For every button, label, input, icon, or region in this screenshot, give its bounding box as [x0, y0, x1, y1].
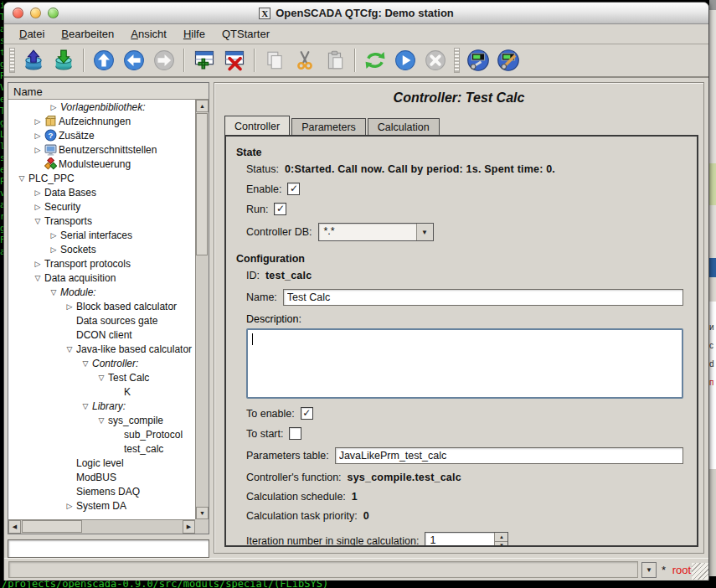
- tree-collapsed-icon[interactable]: ▷: [63, 502, 76, 510]
- tree-item-transport-protocols[interactable]: ▷Transport protocols: [8, 256, 195, 271]
- current-user[interactable]: * root: [662, 564, 691, 576]
- horizontal-scroll-thumb[interactable]: [22, 520, 82, 533]
- vertical-scroll-thumb[interactable]: [196, 113, 208, 255]
- spin-up-icon[interactable]: ▲: [495, 533, 507, 542]
- scroll-left-button[interactable]: ◀: [8, 520, 21, 534]
- delete-item-button[interactable]: [221, 47, 248, 74]
- tree-item-test-calc[interactable]: test_calc: [8, 441, 195, 456]
- tree-item-serial-interfaces[interactable]: ▷Serial interfaces: [8, 228, 195, 242]
- tree-item-block-based-calculator[interactable]: ▷Block based calculator: [8, 299, 195, 313]
- tree-collapsed-icon[interactable]: ▷: [31, 203, 44, 211]
- to-enable-checkbox[interactable]: ✓: [301, 407, 313, 420]
- qtstarter-qtvision-button[interactable]: [495, 47, 522, 74]
- tree-item-module[interactable]: ▽Module:: [8, 285, 195, 299]
- tree-item-system-da[interactable]: ▷System DA: [8, 498, 195, 513]
- tree-item-modbus[interactable]: ModBUS: [8, 470, 195, 484]
- tree-item-controller[interactable]: ▽Controller:: [8, 356, 195, 370]
- go-back-button[interactable]: [121, 47, 147, 74]
- tree-expanded-icon[interactable]: ▽: [31, 274, 44, 282]
- name-input[interactable]: [283, 289, 683, 306]
- add-item-button[interactable]: [191, 47, 218, 74]
- menu-hilfe[interactable]: Hilfe: [175, 26, 214, 42]
- tree-horizontal-scrollbar[interactable]: ◀ ▶: [8, 519, 195, 534]
- menu-ansicht[interactable]: Ansicht: [122, 26, 175, 42]
- scroll-up-button[interactable]: ▲: [196, 100, 209, 112]
- go-up-button[interactable]: [90, 47, 117, 74]
- tree-expanded-icon[interactable]: ▽: [31, 217, 44, 225]
- tree-item-plc-ppc[interactable]: ▽PLC_PPC: [8, 171, 195, 185]
- qtstarter-qtcfg-button[interactable]: [465, 47, 492, 74]
- tab-parameters[interactable]: Parameters: [291, 118, 366, 136]
- tree-collapsed-icon[interactable]: ▷: [63, 302, 76, 311]
- tree-collapsed-icon[interactable]: ▷: [47, 231, 60, 240]
- tree-item-sys-compile[interactable]: ▽sys_compile: [8, 413, 195, 427]
- tree-item-modulsteuerung[interactable]: Modulsteuerung: [8, 157, 195, 171]
- scroll-right-button[interactable]: ▶: [183, 520, 195, 534]
- tree-item-java-like-based-calculator[interactable]: ▽Java-like based calculator: [8, 342, 195, 356]
- tree-expanded-icon[interactable]: ▽: [79, 359, 92, 368]
- vertical-scroll-track[interactable]: [196, 112, 209, 507]
- titlebar[interactable]: X OpenSCADA QTCfg: Demo station: [4, 3, 708, 24]
- menu-bearbeiten[interactable]: Bearbeiten: [53, 26, 122, 42]
- start-button[interactable]: [392, 47, 419, 74]
- iteration-number-spinner[interactable]: 1 ▲ ▼: [425, 532, 508, 547]
- spin-down-icon[interactable]: ▼: [495, 542, 507, 548]
- parameters-table-input[interactable]: [335, 447, 683, 464]
- tree-collapsed-icon[interactable]: ▷: [31, 260, 44, 268]
- tree-collapsed-icon[interactable]: ▷: [47, 103, 60, 111]
- tree-item-zus-tze[interactable]: ▷?Zusätze: [8, 128, 195, 142]
- tree-item-library[interactable]: ▽Library:: [8, 399, 195, 413]
- zoom-window-button[interactable]: [48, 8, 59, 18]
- controller-db-combobox[interactable]: *.* ▼: [318, 223, 434, 241]
- tree-collapsed-icon[interactable]: ▷: [31, 117, 44, 126]
- tree-item-sockets[interactable]: ▷Sockets: [8, 242, 195, 256]
- tree-viewport[interactable]: ▷Vorlagenbibliothek:▷Aufzeichnungen▷?Zus…: [8, 100, 195, 519]
- chevron-down-icon[interactable]: ▼: [416, 224, 433, 240]
- description-textarea[interactable]: [246, 328, 683, 399]
- tree-item-sub-protocol[interactable]: sub_Protocol: [8, 427, 195, 441]
- tree-item-siemens-daq[interactable]: Siemens DAQ: [8, 484, 195, 498]
- enable-checkbox[interactable]: ✓: [287, 183, 300, 195]
- run-checkbox[interactable]: ✓: [274, 203, 286, 215]
- to-start-checkbox[interactable]: [289, 427, 301, 440]
- close-window-button[interactable]: [13, 8, 23, 18]
- tree-item-data-sources-gate[interactable]: Data sources gate: [8, 313, 195, 328]
- menu-qtstarter[interactable]: QTStarter: [214, 26, 278, 42]
- tree-item-benutzerschnittstellen[interactable]: ▷Benutzerschnittstellen: [8, 142, 195, 157]
- tree-collapsed-icon[interactable]: ▷: [31, 188, 44, 197]
- tree-header-name-column[interactable]: Name: [8, 83, 209, 100]
- tree-item-test-calc[interactable]: ▽Test Calc: [8, 370, 195, 384]
- tree-item-k[interactable]: K: [8, 384, 195, 399]
- tree-expanded-icon[interactable]: ▽: [63, 345, 76, 353]
- save-to-db-button[interactable]: [50, 47, 77, 74]
- tree-collapsed-icon[interactable]: ▷: [47, 245, 60, 254]
- toolbar-handle[interactable]: [9, 48, 15, 73]
- tree-item-vorlagenbibliothek[interactable]: ▷Vorlagenbibliothek:: [8, 100, 195, 114]
- tree-item-data-acquisition[interactable]: ▽Data acquisition: [8, 271, 195, 285]
- tree-expanded-icon[interactable]: ▽: [95, 374, 108, 382]
- tree-expanded-icon[interactable]: ▽: [47, 288, 60, 297]
- tree-item-security[interactable]: ▷Security: [8, 199, 195, 214]
- resize-grip[interactable]: [692, 563, 708, 580]
- toolbar-handle[interactable]: [454, 48, 460, 73]
- tree-item-logic-level[interactable]: Logic level: [8, 456, 195, 470]
- user-combo-dropdown[interactable]: ▼: [641, 562, 657, 578]
- tree-item-aufzeichnungen[interactable]: ▷Aufzeichnungen: [8, 114, 195, 128]
- menu-datei[interactable]: Datei: [11, 26, 53, 42]
- tree-item-transports[interactable]: ▽Transports: [8, 214, 195, 228]
- cut-item-button[interactable]: [291, 47, 318, 74]
- tree-expanded-icon[interactable]: ▽: [15, 174, 28, 183]
- tree-collapsed-icon[interactable]: ▷: [31, 132, 44, 140]
- tree-collapsed-icon[interactable]: ▷: [31, 146, 44, 154]
- minimize-window-button[interactable]: [30, 8, 41, 18]
- load-from-db-button[interactable]: [20, 47, 47, 74]
- tree-expanded-icon[interactable]: ▽: [79, 402, 92, 410]
- tree-expanded-icon[interactable]: ▽: [95, 416, 108, 425]
- tree-item-dcon-client[interactable]: DCON client: [8, 328, 195, 342]
- refresh-button[interactable]: [362, 47, 389, 74]
- tree-search-input[interactable]: [8, 539, 209, 558]
- tab-controller[interactable]: Controller: [224, 116, 290, 136]
- tab-calculation[interactable]: Calculation: [368, 118, 440, 136]
- horizontal-scroll-track[interactable]: [21, 520, 183, 534]
- tree-vertical-scrollbar[interactable]: ▲ ▼: [195, 100, 209, 519]
